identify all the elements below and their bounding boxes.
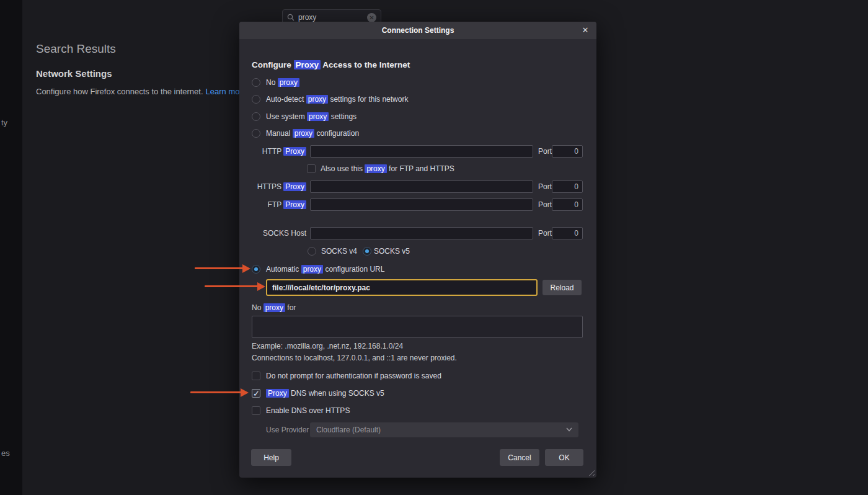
socks-v5-label: SOCKS v5 [374,245,410,257]
socks-host-label: SOCKS Host [252,227,306,239]
https-proxy-input[interactable] [310,181,533,193]
also-use-proxy-checkbox[interactable] [307,164,316,173]
network-settings-heading: Network Settings [36,68,112,79]
http-proxy-row: HTTP Proxy Port [239,145,596,158]
also-use-proxy-row: Also use this proxy for FTP and HTTPS [239,163,596,175]
no-proxy-for-row: No proxy for [239,301,596,314]
system-proxy-label: Use system proxy settings [266,110,356,123]
https-port-input[interactable] [552,181,583,193]
no-auth-prompt-label: Do not prompt for authentication if pass… [266,370,441,382]
proxy-dns-label: Proxy DNS when using SOCKS v5 [266,387,384,399]
dns-over-https-row: Enable DNS over HTTPS [239,404,596,417]
https-proxy-label: HTTPS Proxy [252,181,306,193]
dialog-title: Connection Settings [239,26,596,35]
dialog-header: Connection Settings ✕ [239,22,596,39]
cancel-button[interactable]: Cancel [500,449,539,466]
page-title: Search Results [36,42,116,56]
no-proxy-for-label: No proxy for [252,301,296,314]
dns-over-https-checkbox[interactable] [252,406,260,415]
automatic-proxy-url-row: Automatic proxy configuration URL [239,263,596,275]
search-value: proxy [298,13,367,22]
sidebar-item-fragment-security[interactable]: ty [1,118,7,127]
connection-settings-dialog: Connection Settings ✕ Configure Proxy Ac… [239,22,596,478]
socks-host-row: SOCKS Host Port [239,227,596,239]
ok-button[interactable]: OK [545,449,583,466]
proxy-dns-row: Proxy DNS when using SOCKS v5 [239,387,596,399]
dialog-heading: Configure Proxy Access to the Internet [252,60,410,69]
dns-provider-select[interactable]: Cloudflare (Default) [310,422,578,437]
http-proxy-input[interactable] [310,145,533,158]
example-text: Example: .mozilla.org, .net.nz, 192.168.… [252,340,403,352]
localhost-note-text: Connections to localhost, 127.0.0.1, and… [252,352,457,364]
reload-button[interactable]: Reload [542,280,582,295]
search-icon [287,14,294,21]
radio-row-manual-proxy: Manual proxy configuration [239,127,596,140]
network-settings-description: Configure how Firefox connects to the in… [36,87,247,96]
dns-provider-value: Cloudflare (Default) [316,426,381,434]
http-proxy-label: HTTP Proxy [252,145,306,158]
ftp-proxy-input[interactable] [310,198,533,211]
no-proxy-radio[interactable] [252,78,260,87]
ftp-proxy-row: FTP Proxy Port [239,198,596,211]
no-auth-prompt-row: Do not prompt for authentication if pass… [239,370,596,382]
autodetect-proxy-label: Auto-detect proxy settings for this netw… [266,93,408,105]
proxy-dns-checkbox[interactable] [252,389,260,398]
autodetect-proxy-radio[interactable] [252,95,260,104]
socks-v4-radio[interactable] [308,247,316,256]
manual-proxy-label: Manual proxy configuration [266,127,359,140]
system-proxy-radio[interactable] [252,112,260,121]
radio-row-system-proxy: Use system proxy settings [239,110,596,123]
socks-v4-label: SOCKS v4 [321,245,357,257]
radio-row-autodetect: Auto-detect proxy settings for this netw… [239,93,596,105]
screen: ty es Search Results Network Settings Co… [0,0,868,495]
use-provider-label: Use Provider [266,424,309,436]
socks-port-input[interactable] [552,227,583,239]
no-proxy-for-textarea[interactable] [252,316,583,338]
https-proxy-row: HTTPS Proxy Port [239,181,596,193]
no-proxy-label: No proxy [266,76,299,89]
also-use-proxy-label: Also use this proxy for FTP and HTTPS [321,163,454,175]
ftp-port-label: Port [538,198,552,211]
sidebar-item-fragment-extensions[interactable]: es [1,448,10,458]
help-button[interactable]: Help [251,449,291,466]
automatic-proxy-url-label: Automatic proxy configuration URL [266,263,384,275]
close-icon[interactable]: ✕ [579,24,591,37]
automatic-proxy-url-radio[interactable] [252,265,260,274]
manual-proxy-radio[interactable] [252,129,260,138]
radio-row-no-proxy: No proxy [239,76,596,89]
socks-v5-radio[interactable] [363,247,371,256]
socks-port-label: Port [538,227,552,239]
socks-version-row: SOCKS v4 SOCKS v5 [239,245,596,257]
http-port-label: Port [538,145,552,158]
clear-search-icon[interactable]: ✕ [367,13,376,22]
no-auth-prompt-checkbox[interactable] [252,372,260,380]
resize-grip[interactable] [587,468,595,476]
socks-host-input[interactable] [310,227,533,239]
ftp-proxy-label: FTP Proxy [252,198,306,211]
ftp-port-input[interactable] [552,198,583,211]
dns-over-https-label: Enable DNS over HTTPS [266,404,350,417]
proxy-url-field[interactable] [266,279,538,296]
https-port-label: Port [538,181,552,193]
chevron-down-icon [566,427,572,432]
http-port-input[interactable] [552,145,583,158]
